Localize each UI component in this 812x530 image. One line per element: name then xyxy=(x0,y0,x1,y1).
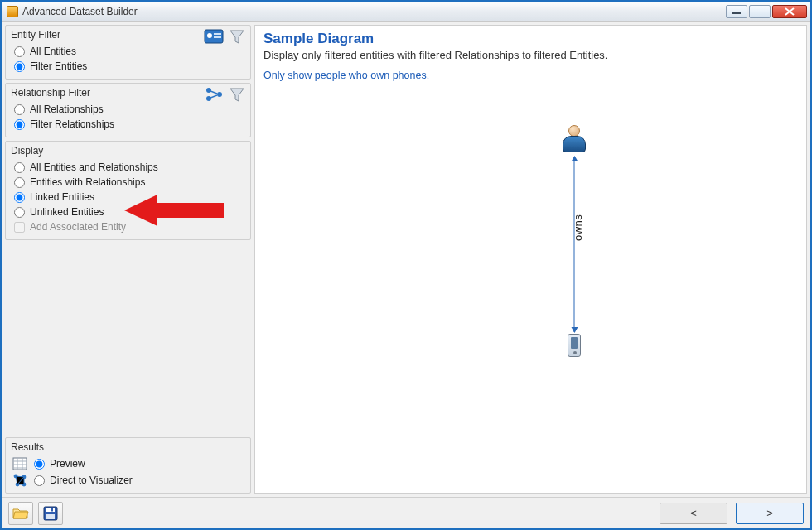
grid-icon xyxy=(12,456,27,471)
display-unlinked-radio[interactable] xyxy=(14,207,25,218)
svg-rect-3 xyxy=(214,36,221,38)
svg-rect-2 xyxy=(214,33,221,35)
entity-filter-all-option[interactable]: All Entities xyxy=(11,44,245,59)
app-icon xyxy=(7,6,18,17)
folder-open-icon xyxy=(12,507,29,520)
next-button[interactable]: > xyxy=(736,503,804,524)
display-linked-label: Linked Entities xyxy=(30,191,94,203)
bottom-toolbar: < > xyxy=(2,497,810,528)
next-button-label: > xyxy=(766,507,773,519)
results-header: Results xyxy=(11,441,245,453)
funnel-icon xyxy=(229,29,245,46)
right-panel: Sample Diagram Display only filtered ent… xyxy=(254,22,810,497)
content-area: Entity Filter All Entities Filter Entiti… xyxy=(2,22,810,497)
relationship-filter-all-label: All Relationships xyxy=(30,104,104,115)
display-with-rel-label: Entities with Relationships xyxy=(30,176,145,188)
close-button[interactable] xyxy=(772,5,807,18)
window-title: Advanced Dataset Builder xyxy=(22,6,138,17)
display-linked-option[interactable]: Linked Entities xyxy=(11,190,245,205)
back-button-label: < xyxy=(690,507,697,519)
display-header: Display xyxy=(11,145,245,157)
svg-point-6 xyxy=(217,92,222,97)
open-button[interactable] xyxy=(8,502,33,525)
entity-filter-group: Entity Filter All Entities Filter Entiti… xyxy=(5,25,251,80)
results-preview-option[interactable]: Preview xyxy=(34,458,85,470)
person-icon xyxy=(559,125,589,155)
results-preview-radio[interactable] xyxy=(34,459,45,470)
display-with-rel-radio[interactable] xyxy=(14,177,25,188)
window-titlebar: Advanced Dataset Builder xyxy=(2,2,810,22)
relationship-filter-all-option[interactable]: All Relationships xyxy=(11,102,245,117)
minimize-button[interactable] xyxy=(726,5,747,18)
relationship-filter-group: Relationship Filter All Relationships Fi… xyxy=(5,83,251,137)
save-button[interactable] xyxy=(38,502,63,525)
svg-rect-14 xyxy=(46,508,55,512)
display-all-label: All Entities and Relationships xyxy=(30,161,158,173)
display-unlinked-option[interactable]: Unlinked Entities xyxy=(11,205,245,219)
diagram-edge-label: owns xyxy=(571,214,583,241)
results-direct-label: Direct to Visualizer xyxy=(50,475,133,486)
display-all-option[interactable]: All Entities and Relationships xyxy=(11,160,245,175)
display-unlinked-label: Unlinked Entities xyxy=(30,206,104,218)
network-icon xyxy=(12,473,27,488)
svg-rect-16 xyxy=(46,514,55,519)
relationship-filter-filter-option[interactable]: Filter Relationships xyxy=(11,117,245,132)
preview-hint: Only show people who own phones. xyxy=(263,70,798,81)
diagram-edge xyxy=(573,157,574,332)
left-panel: Entity Filter All Entities Filter Entiti… xyxy=(2,22,254,497)
entity-filter-filter-option[interactable]: Filter Entities xyxy=(11,59,245,74)
svg-point-5 xyxy=(206,96,211,101)
entity-filter-all-label: All Entities xyxy=(30,46,76,57)
window-controls xyxy=(726,5,807,18)
results-direct-option[interactable]: Direct to Visualizer xyxy=(34,475,133,486)
phone-icon xyxy=(568,334,581,357)
display-with-rel-option[interactable]: Entities with Relationships xyxy=(11,175,245,190)
entity-filter-filter-label: Filter Entities xyxy=(30,60,87,72)
link-nodes-icon xyxy=(205,87,224,104)
back-button[interactable]: < xyxy=(660,503,727,524)
floppy-disk-icon xyxy=(43,506,58,521)
display-assoc-label: Add Associated Entity xyxy=(30,221,126,233)
results-group: Results Preview xyxy=(5,437,251,494)
entity-filter-filter-radio[interactable] xyxy=(14,61,25,72)
display-group: Display All Entities and Relationships E… xyxy=(5,141,251,240)
display-assoc-option: Add Associated Entity xyxy=(11,219,245,234)
maximize-button[interactable] xyxy=(749,5,771,18)
preview-pane: Sample Diagram Display only filtered ent… xyxy=(254,25,807,494)
results-direct-radio[interactable] xyxy=(34,475,45,486)
display-assoc-checkbox xyxy=(14,222,25,233)
relationship-filter-filter-label: Filter Relationships xyxy=(30,118,114,130)
entity-filter-all-radio[interactable] xyxy=(14,46,25,57)
preview-subtitle: Display only filtered entities with filt… xyxy=(263,49,798,61)
sample-diagram: owns xyxy=(549,125,599,357)
display-linked-radio[interactable] xyxy=(14,192,25,203)
svg-rect-15 xyxy=(51,508,54,511)
svg-point-1 xyxy=(207,33,212,38)
id-card-icon xyxy=(204,29,224,46)
display-all-radio[interactable] xyxy=(14,162,25,173)
preview-title: Sample Diagram xyxy=(263,31,798,47)
funnel-icon xyxy=(229,87,245,104)
svg-point-4 xyxy=(206,88,211,93)
results-preview-label: Preview xyxy=(50,458,85,470)
relationship-filter-all-radio[interactable] xyxy=(14,104,25,115)
relationship-filter-filter-radio[interactable] xyxy=(14,119,25,130)
